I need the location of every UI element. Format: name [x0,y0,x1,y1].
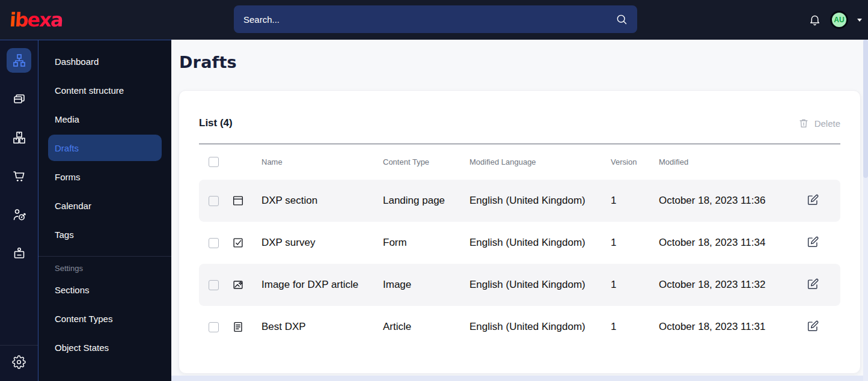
topbar-actions: AU [808,0,862,40]
row-modified: October 18, 2023 11:32 [659,279,800,291]
admin-badge-icon[interactable] [7,240,31,265]
edit-icon [806,194,819,207]
sidebar-item-media[interactable]: Media [38,105,171,133]
table-row[interactable]: Image for DXP article Image English (Uni… [199,264,840,306]
list-count-title: List (4) [199,117,233,129]
row-content-type: Article [383,321,469,333]
sidebar-item-content-structure[interactable]: Content structure [38,76,171,105]
sidebar-item-object-states[interactable]: Object States [38,333,171,362]
row-modified: October 18, 2023 11:36 [659,195,800,207]
edit-icon [806,278,819,291]
search-input[interactable] [243,14,616,25]
topbar: ibexa AU [0,0,868,40]
row-name: Image for DXP article [261,279,383,291]
row-version: 1 [611,279,659,291]
vertical-scrollbar-thumb[interactable] [863,40,868,178]
trash-icon [798,118,809,129]
edit-button[interactable] [805,320,820,334]
list-header: List (4) Delete [199,91,840,144]
horizontal-scrollbar[interactable] [171,376,863,381]
table-row[interactable]: DXP section Landing page English (United… [199,180,840,222]
ibexa-logo[interactable]: ibexa [9,8,63,31]
pages-icon[interactable] [7,87,31,111]
global-search[interactable] [234,5,637,33]
row-name: Best DXP [261,321,383,333]
sidebar-item-forms[interactable]: Forms [38,162,171,191]
content-sitemap-icon[interactable] [7,48,31,73]
search-icon[interactable] [616,13,628,25]
landing-page-icon [231,194,245,207]
personalization-target-icon[interactable] [7,202,31,227]
row-content-type: Image [383,279,469,291]
row-language: English (United Kingdom) [469,237,611,249]
column-header-version: Version [611,157,659,166]
edit-icon [806,320,819,333]
edit-button[interactable] [805,278,820,292]
select-all-checkbox[interactable] [209,157,219,167]
row-name: DXP survey [261,237,383,249]
sidebar-item-content-types[interactable]: Content Types [38,304,171,333]
row-language: English (United Kingdom) [469,195,611,207]
notifications-bell-icon[interactable] [808,14,821,26]
row-checkbox[interactable] [209,196,219,206]
app-body: Dashboard Content structure Media Drafts… [0,40,868,381]
row-content-type: Form [383,237,469,249]
column-header-modified-language: Modified Language [469,157,611,166]
row-modified: October 18, 2023 11:31 [659,321,800,333]
edit-button[interactable] [805,194,820,208]
sidebar-item-drafts[interactable]: Drafts [48,135,162,161]
column-header-content-type: Content Type [383,157,469,166]
icon-rail [0,40,38,381]
commerce-cart-icon[interactable] [7,163,31,188]
row-version: 1 [611,237,659,249]
form-icon [231,236,245,249]
rail-footer [0,345,38,381]
edit-button[interactable] [805,236,820,250]
sidebar-menu: Dashboard Content structure Media Drafts… [38,40,171,381]
row-language: English (United Kingdom) [469,321,611,333]
row-content-type: Landing page [383,195,469,207]
row-checkbox[interactable] [209,238,219,248]
sidebar-item-calendar[interactable]: Calendar [38,191,171,220]
delete-button-label: Delete [815,118,840,129]
settings-gear-icon[interactable] [12,355,26,369]
page-title: Drafts [179,53,868,72]
image-icon [231,278,245,291]
vertical-scrollbar[interactable] [863,40,868,381]
main-content: Drafts List (4) Delete Name Content Type… [171,40,868,381]
row-language: English (United Kingdom) [469,279,611,291]
drafts-card: List (4) Delete Name Content Type Modifi… [179,90,861,374]
sidebar-item-tags[interactable]: Tags [38,220,171,249]
row-version: 1 [611,195,659,207]
user-menu-chevron-down-icon[interactable] [857,19,862,22]
row-version: 1 [611,321,659,333]
edit-icon [806,236,819,249]
product-catalog-boxes-icon[interactable] [7,125,31,150]
delete-button[interactable]: Delete [798,118,840,129]
article-icon [231,320,245,334]
row-name: DXP section [261,195,383,207]
settings-section-label: Settings [38,257,171,275]
table-row[interactable]: DXP survey Form English (United Kingdom)… [199,222,840,264]
row-modified: October 18, 2023 11:34 [659,237,800,249]
column-header-name: Name [261,157,383,166]
row-checkbox[interactable] [209,322,219,332]
user-avatar[interactable]: AU [830,11,848,29]
table-row[interactable]: Best DXP Article English (United Kingdom… [199,306,840,348]
table-header: Name Content Type Modified Language Vers… [199,144,840,180]
sidebar-item-sections[interactable]: Sections [38,275,171,304]
row-checkbox[interactable] [209,280,219,290]
sidebar-item-dashboard[interactable]: Dashboard [38,47,171,76]
column-header-modified: Modified [659,157,800,166]
